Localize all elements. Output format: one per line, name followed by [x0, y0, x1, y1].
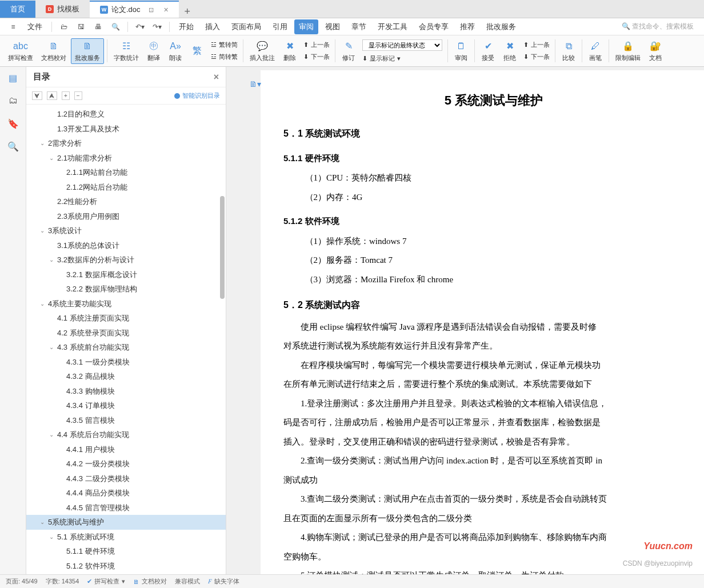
new-tab-button[interactable]: +	[179, 6, 196, 18]
accept-button[interactable]: ✔接受	[478, 39, 498, 63]
simp-to-trad[interactable]: ☳ 简转繁	[209, 51, 240, 62]
menu-dev[interactable]: 开发工具	[373, 19, 412, 34]
menu-start[interactable]: 开始	[174, 19, 198, 34]
prev-change[interactable]: ⬆ 上一条	[521, 39, 552, 50]
toc-item[interactable]: ⌄2.1功能需求分析	[26, 151, 226, 166]
search-input[interactable]: 🔍 查找命令、搜索模板	[617, 20, 698, 33]
toc-item[interactable]: 4.4.5 留言管理模块	[26, 501, 226, 515]
translate-button[interactable]: ㊥翻译	[143, 39, 164, 63]
toc-item[interactable]: 4.3.5 留言模块	[26, 413, 226, 428]
toc-item[interactable]: 4.3.4 订单模块	[26, 398, 226, 413]
toc-item[interactable]: 4.2 系统登录页面实现	[26, 326, 226, 341]
tab-home[interactable]: 首页	[0, 1, 35, 18]
toc-item[interactable]: ⌄4.4 系统后台功能实现	[26, 427, 226, 442]
spell-check-button[interactable]: abc拼写检查	[5, 39, 37, 63]
toc-item[interactable]: 4.3.3 购物模块	[26, 384, 226, 399]
doc-encrypt-button[interactable]: 🔐文档	[645, 39, 666, 63]
menu-insert[interactable]: 插入	[201, 19, 225, 34]
menu-vip[interactable]: 会员专享	[414, 19, 453, 34]
file-menu[interactable]: 文件	[23, 19, 47, 34]
delete-button[interactable]: ✖删除	[279, 39, 300, 63]
pin-icon[interactable]: ⊡	[149, 6, 154, 14]
chevron-down-icon[interactable]: ⌄	[40, 226, 48, 235]
toc-item[interactable]: ⌄4系统主要功能实现	[26, 297, 226, 311]
toc-item[interactable]: 2.1.2网站后台功能	[26, 180, 226, 195]
toc-item[interactable]: 5.2 系统测试内容	[26, 573, 226, 574]
chevron-down-icon[interactable]: ⌄	[49, 154, 57, 162]
toc-item[interactable]: 4.4.3 二级分类模块	[26, 471, 226, 486]
show-marks-button[interactable]: ⬇ 显示标记 ▾	[360, 53, 445, 64]
chevron-down-icon[interactable]: ⌄	[49, 430, 57, 439]
menu-rec[interactable]: 推荐	[455, 19, 479, 34]
menu-review[interactable]: 审阅	[294, 19, 318, 34]
toc-item[interactable]: 4.3.2 商品模块	[26, 369, 226, 384]
chevron-down-icon[interactable]: ⌄	[40, 518, 48, 526]
save-icon[interactable]: 🖫	[75, 21, 87, 33]
reject-button[interactable]: ✖拒绝	[499, 39, 520, 63]
status-compat[interactable]: 兼容模式	[175, 577, 200, 586]
search-icon[interactable]: 🔍	[7, 140, 19, 153]
toc-item[interactable]: 3.2.1 数据库概念设计	[26, 267, 226, 282]
menu-correction[interactable]: 批改服务	[482, 19, 521, 34]
toc-item[interactable]: 4.4.4 商品分类模块	[26, 486, 226, 501]
toc-item[interactable]: 4.4.1 用户模块	[26, 442, 226, 457]
toc-item[interactable]: 4.1 系统注册页面实现	[26, 311, 226, 326]
menu-layout[interactable]: 页面布局	[227, 19, 266, 34]
status-font[interactable]: 𝐹缺失字体	[208, 577, 239, 586]
word-count[interactable]: 字数: 14354	[46, 577, 79, 586]
toc-item[interactable]: 1.3开发工具及技术	[26, 122, 226, 137]
toc-body[interactable]: 1.2目的和意义1.3开发工具及技术⌄2需求分析⌄2.1功能需求分析2.1.1网…	[26, 105, 226, 574]
preview-icon[interactable]: 🔍	[110, 21, 121, 33]
toc-item[interactable]: 2.2性能分析	[26, 194, 226, 209]
collapse-all-icon[interactable]: ⮟	[32, 91, 42, 100]
toc-item[interactable]: ⌄5系统测试与维护	[26, 515, 226, 530]
toc-item[interactable]: 3.2.2 数据库物理结构	[26, 282, 226, 297]
close-icon[interactable]: ×	[164, 5, 169, 14]
tab-template[interactable]: D找模板	[35, 1, 90, 18]
attachment-icon[interactable]: 🗂	[7, 94, 19, 107]
chevron-down-icon[interactable]: ⌄	[49, 533, 57, 541]
word-count-button[interactable]: ☷字数统计	[110, 39, 142, 63]
outline-icon[interactable]: ▤	[7, 71, 19, 84]
hamburger-icon[interactable]: ≡	[7, 21, 19, 33]
smart-toc-button[interactable]: 智能识别目录	[174, 91, 220, 100]
document-view[interactable]: 🗎▾ 5 系统测试与维护 5．1 系统测试环境 5.1.1 硬件环境 （1）CP…	[226, 67, 704, 574]
track-state-select[interactable]: 显示标记的最终状态	[362, 39, 442, 51]
bookmark-icon[interactable]: 🔖	[7, 117, 19, 130]
toc-item[interactable]: 5.1.2 软件环境	[26, 559, 226, 574]
tab-document[interactable]: W 论文.doc ⊡ ×	[90, 1, 179, 18]
toc-item[interactable]: 2.1.1网站前台功能	[26, 165, 226, 180]
pen-button[interactable]: 🖊画笔	[585, 39, 606, 63]
toc-item[interactable]: 2.3系统用户用例图	[26, 209, 226, 224]
next-change[interactable]: ⬇ 下一条	[521, 51, 552, 62]
next-comment[interactable]: ⬇ 下一条	[301, 51, 332, 62]
remove-level-icon[interactable]: −	[74, 91, 82, 100]
page-indicator[interactable]: 页面: 45/49	[6, 577, 38, 586]
compare-button[interactable]: ⧉比较	[558, 39, 579, 63]
menu-chapter[interactable]: 章节	[347, 19, 371, 34]
chevron-down-icon[interactable]: ⌄	[40, 299, 48, 308]
add-level-icon[interactable]: +	[62, 91, 70, 100]
zh-convert-button[interactable]: 繁	[187, 43, 207, 58]
toc-item[interactable]: 3.1系统的总体设计	[26, 238, 226, 253]
read-button[interactable]: A»朗读	[165, 39, 186, 63]
toc-item[interactable]: ⌄5.1 系统测试环境	[26, 530, 226, 545]
toc-item[interactable]: 1.2目的和意义	[26, 107, 226, 122]
chevron-down-icon[interactable]: ⌄	[49, 255, 57, 264]
edit-service-button[interactable]: 🗎批改服务	[71, 38, 104, 64]
close-icon[interactable]: ×	[214, 72, 219, 82]
menu-view[interactable]: 视图	[321, 19, 345, 34]
expand-all-icon[interactable]: ⮝	[47, 91, 57, 100]
review-pane-button[interactable]: 🗒审阅	[451, 39, 471, 63]
status-doccheck[interactable]: 🗎文档校对	[133, 577, 167, 586]
undo-icon[interactable]: ↶▾	[134, 21, 146, 33]
insert-comment-button[interactable]: 💬插入批注	[246, 39, 278, 63]
menu-ref[interactable]: 引用	[268, 19, 292, 34]
toc-item[interactable]: 4.4.2 一级分类模块	[26, 457, 226, 471]
chevron-down-icon[interactable]: ⌄	[49, 343, 57, 351]
toc-item[interactable]: ⌄2需求分析	[26, 136, 226, 151]
scrollbar-thumb[interactable]	[220, 196, 225, 299]
print-icon[interactable]: 🖶	[93, 21, 104, 33]
track-changes-button[interactable]: ✎修订	[338, 39, 359, 63]
doc-check-button[interactable]: 🗎文档校对	[38, 39, 70, 63]
